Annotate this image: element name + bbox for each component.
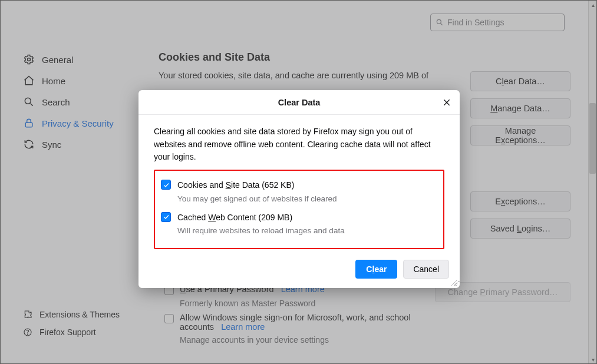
close-icon [442, 98, 451, 107]
cached-web-content-checkbox[interactable] [161, 212, 171, 222]
check-icon [163, 181, 170, 188]
clear-button[interactable]: Clear [355, 260, 397, 279]
check-icon [163, 213, 170, 220]
dialog-intro-text: Clearing all cookies and site data store… [154, 125, 444, 164]
settings-window: General Home Search Privacy & Security S… [0, 0, 597, 364]
cookies-sitedata-sub: You may get signed out of websites if cl… [177, 193, 437, 206]
dialog-close-button[interactable] [440, 95, 454, 110]
cached-web-content-label: Cached Web Content (209 MB) [177, 211, 292, 224]
cookies-sitedata-checkbox[interactable] [161, 180, 171, 190]
dialog-options-highlight: Cookies and Site Data (652 KB) You may g… [154, 170, 444, 249]
svg-line-12 [456, 284, 457, 286]
resize-grip-icon[interactable] [450, 278, 458, 286]
clear-data-dialog: Clear Data Clearing all cookies and site… [138, 90, 460, 288]
dialog-title: Clear Data [278, 98, 321, 107]
cancel-button[interactable]: Cancel [403, 260, 449, 279]
dialog-header: Clear Data [138, 90, 460, 115]
dialog-body: Clearing all cookies and site data store… [138, 115, 460, 252]
cached-web-content-sub: Will require websites to reload images a… [177, 225, 437, 237]
cookies-sitedata-label: Cookies and Site Data (652 KB) [177, 179, 294, 192]
svg-line-10 [451, 280, 457, 286]
dialog-footer: Clear Cancel [138, 252, 460, 288]
